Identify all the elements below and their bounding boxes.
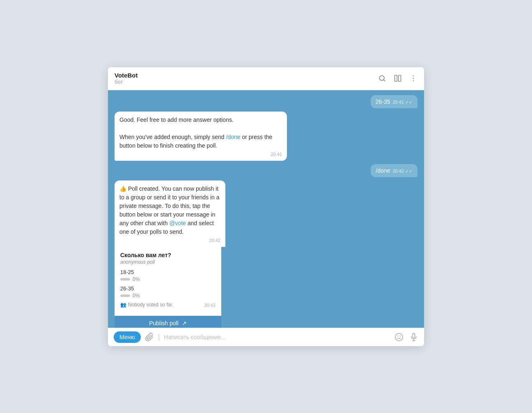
search-icon[interactable] (378, 74, 386, 82)
poll-option-bar-1825 (120, 278, 130, 281)
attach-icon[interactable] (145, 333, 154, 342)
svg-point-0 (379, 75, 384, 80)
chat-header: VoteBot бот (108, 67, 424, 90)
more-vertical-icon[interactable] (409, 74, 417, 82)
poll-option-pct-2635: 0% (133, 293, 140, 299)
msg-in-poll-created: 👍 Poll created. You can now publish it t… (115, 180, 417, 328)
chat-body: 26-35 20:41 ✓✓ Good. Feel free to add mo… (108, 90, 424, 328)
poll-created-time: 20:42 (119, 238, 220, 243)
bubble-in-poll-created: 👍 Poll created. You can now publish it t… (115, 180, 225, 247)
poll-footer-text: Nobody voted so far. (128, 302, 173, 308)
bubble-out-2635: 26-35 20:41 ✓✓ (371, 95, 417, 108)
out-time-done: 20:42 ✓✓ (392, 169, 413, 174)
bot-name: VoteBot (115, 72, 378, 79)
chat-header-info: VoteBot бот (115, 72, 378, 85)
poll-anon: anonymous poll (120, 259, 216, 265)
poll-option-label-2635: 26-35 (120, 285, 216, 292)
bot-subtitle: бот (115, 79, 378, 85)
svg-rect-2 (395, 75, 397, 82)
poll-question: Сколько вам лет? (120, 252, 216, 258)
out-text-2635: 26-35 (376, 98, 390, 105)
poll-option-2635: 26-35 0% (120, 285, 216, 299)
chat-window: VoteBot бот 26-35 20:41 ✓✓ Good. Fe (108, 67, 424, 346)
poll-footer: 👥 Nobody voted so far. (120, 302, 173, 308)
svg-point-4 (413, 75, 414, 77)
check-icon: ✓✓ (405, 100, 413, 105)
poll-option-bar-row-1825: 0% (120, 276, 216, 282)
vote-link[interactable]: @vote (169, 220, 186, 226)
svg-point-6 (413, 80, 414, 82)
poll-body: Сколько вам лет? anonymous poll 18-25 0%… (115, 247, 221, 316)
out-text-done: /done (376, 167, 390, 174)
publish-arrow-icon: ↗ (182, 320, 187, 326)
poll-created-container: 👍 Poll created. You can now publish it t… (115, 180, 225, 328)
svg-line-1 (384, 80, 385, 82)
msg-in-good: Good. Feel free to add more answer optio… (115, 112, 417, 161)
emoji-icon[interactable] (394, 333, 404, 342)
msg-out-2635: 26-35 20:41 ✓✓ (115, 95, 417, 108)
microphone-icon[interactable] (409, 333, 418, 342)
input-icons (394, 333, 418, 342)
out-time-2635: 20:41 ✓✓ (392, 100, 413, 105)
menu-button[interactable]: Меню (114, 331, 141, 343)
svg-point-5 (413, 78, 414, 79)
check-icon-done: ✓✓ (405, 169, 413, 174)
poll-created-text: 👍 Poll created. You can now publish it t… (119, 185, 220, 236)
poll-option-bar-row-2635: 0% (120, 293, 216, 299)
header-icons (378, 74, 417, 82)
poll-card: Сколько вам лет? anonymous poll 18-25 0%… (115, 247, 221, 328)
chat-input-area: Меню | (108, 328, 424, 346)
poll-option-bar-2635 (120, 294, 130, 297)
poll-option-label-1825: 18-25 (120, 269, 216, 275)
columns-icon[interactable] (394, 74, 402, 82)
svg-point-7 (395, 333, 403, 340)
poll-option-1825: 18-25 0% (120, 269, 216, 282)
publish-poll-button[interactable]: Publish poll ↗ (115, 316, 221, 328)
input-divider: | (158, 333, 160, 341)
publish-poll-label: Publish poll (149, 320, 179, 326)
poll-time: 20:42 (204, 303, 216, 308)
msg-out-done: /done 20:42 ✓✓ (115, 164, 417, 177)
poll-footer-row: 👥 Nobody voted so far. 20:42 (120, 302, 216, 311)
bubble-out-done: /done 20:42 ✓✓ (371, 164, 417, 177)
poll-footer-icon: 👥 (120, 302, 126, 308)
message-input[interactable] (164, 334, 390, 340)
bubble-in-good: Good. Feel free to add more answer optio… (115, 112, 287, 161)
in-text-good: Good. Feel free to add more answer optio… (119, 116, 282, 150)
in-time-good: 20:41 (119, 152, 282, 157)
poll-option-pct-1825: 0% (133, 276, 140, 282)
svg-rect-10 (413, 333, 415, 338)
svg-rect-3 (399, 75, 401, 82)
done-link[interactable]: /done (226, 134, 241, 140)
